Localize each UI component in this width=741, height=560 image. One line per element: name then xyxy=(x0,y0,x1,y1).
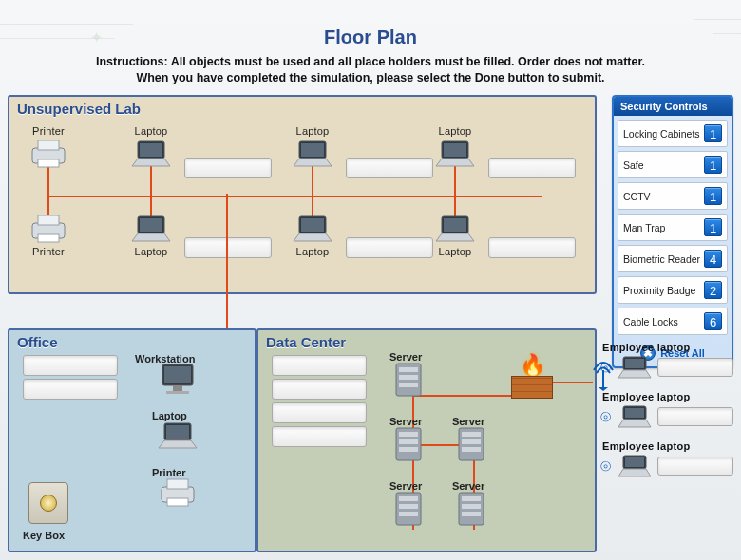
device-workstation[interactable] xyxy=(144,363,211,395)
placeholder-slot[interactable] xyxy=(23,379,118,400)
placeholder-slot[interactable] xyxy=(184,158,272,178)
svg-marker-64 xyxy=(618,469,651,476)
device-label: Laptop xyxy=(279,246,346,257)
device-laptop[interactable]: Laptop xyxy=(118,213,184,257)
flame-icon: 🔥 xyxy=(520,353,545,378)
printer-icon xyxy=(25,138,72,170)
placeholder-slot[interactable] xyxy=(488,158,576,178)
employee-label: Employee laptop xyxy=(600,342,733,353)
svg-marker-20 xyxy=(294,233,332,241)
printer-icon xyxy=(154,476,201,509)
svg-rect-26 xyxy=(173,385,182,391)
employee-label: Employee laptop xyxy=(600,391,733,402)
control-item-man-trap[interactable]: Man Trap1 xyxy=(618,214,728,241)
laptop-icon xyxy=(289,213,336,245)
svg-rect-13 xyxy=(38,215,59,225)
control-label: CCTV xyxy=(623,191,651,202)
placeholder-slot[interactable] xyxy=(272,426,367,447)
svg-rect-47 xyxy=(399,496,418,501)
svg-rect-7 xyxy=(301,143,324,157)
svg-rect-2 xyxy=(38,159,59,167)
device-laptop[interactable] xyxy=(144,420,211,452)
laptop-icon xyxy=(154,420,201,452)
device-laptop[interactable]: Laptop xyxy=(422,213,488,257)
network-wire xyxy=(48,196,542,197)
placeholder-slot[interactable] xyxy=(657,407,733,426)
server-icon xyxy=(447,492,495,524)
device-firewall[interactable]: 🔥 xyxy=(511,364,553,399)
device-laptop[interactable]: Laptop xyxy=(279,125,346,170)
control-item-locking-cabinets[interactable]: Locking Cabinets1 xyxy=(618,120,728,147)
device-laptop[interactable]: Laptop xyxy=(422,125,488,170)
svg-marker-8 xyxy=(294,159,332,166)
svg-rect-60 xyxy=(625,408,644,418)
device-printer[interactable]: Printer xyxy=(15,213,82,257)
laptop-icon xyxy=(616,454,654,478)
control-item-safe[interactable]: Safe1 xyxy=(618,151,728,178)
count-badge: 1 xyxy=(704,218,722,236)
instructions-line-2: When you have completed the simulation, … xyxy=(136,71,604,84)
svg-rect-33 xyxy=(167,498,188,506)
svg-rect-49 xyxy=(399,512,418,516)
placeholder-stack xyxy=(23,355,118,402)
svg-rect-57 xyxy=(625,359,644,368)
placeholder-slot[interactable] xyxy=(657,457,733,476)
control-item-cable-locks[interactable]: Cable Locks6 xyxy=(618,308,728,335)
svg-rect-1 xyxy=(38,140,59,150)
laptop-icon xyxy=(431,213,479,245)
device-server[interactable] xyxy=(443,427,500,459)
svg-rect-19 xyxy=(301,218,324,232)
zone-unsupervised-lab: Unsupervised Lab Printer Laptop Laptop xyxy=(8,95,597,294)
svg-rect-32 xyxy=(167,479,188,489)
placeholder-slot[interactable] xyxy=(272,355,367,376)
device-laptop[interactable]: Laptop xyxy=(279,213,346,257)
device-server[interactable] xyxy=(380,427,437,459)
placeholder-slot[interactable] xyxy=(488,237,576,258)
control-item-cctv[interactable]: CCTV1 xyxy=(618,182,728,210)
device-server[interactable] xyxy=(380,492,437,524)
laptop-icon xyxy=(289,138,336,170)
device-label: Laptop xyxy=(279,125,346,137)
laptop-icon xyxy=(616,355,654,380)
device-printer[interactable] xyxy=(144,476,211,509)
svg-rect-14 xyxy=(38,234,59,242)
count-badge: 1 xyxy=(704,124,722,142)
control-label: Cable Locks xyxy=(623,316,678,327)
device-label: Laptop xyxy=(118,125,184,137)
instructions-text: Instructions: All objects must be used a… xyxy=(28,54,712,86)
network-wire xyxy=(553,382,593,383)
placeholder-slot[interactable] xyxy=(272,402,367,423)
placeholder-slot[interactable] xyxy=(184,237,272,258)
laptop-icon xyxy=(616,404,654,429)
device-printer[interactable]: Printer xyxy=(15,125,82,170)
svg-rect-51 xyxy=(462,496,481,501)
placeholder-stack xyxy=(272,355,367,450)
device-laptop[interactable]: Laptop xyxy=(118,125,184,170)
placeholder-slot[interactable] xyxy=(346,237,433,258)
control-label: Locking Cabinets xyxy=(623,128,700,140)
employee-laptop-item: Employee laptop ⦾ xyxy=(600,391,733,429)
count-badge: 1 xyxy=(704,187,722,205)
wifi-icon: ⦾ xyxy=(600,461,611,471)
placeholder-slot[interactable] xyxy=(346,158,433,178)
svg-rect-53 xyxy=(462,512,481,516)
placeholder-slot[interactable] xyxy=(657,358,733,377)
placeholder-slot[interactable] xyxy=(272,379,367,400)
svg-rect-35 xyxy=(399,367,418,372)
svg-rect-43 xyxy=(462,432,481,437)
device-server[interactable] xyxy=(443,492,500,524)
device-label: Laptop xyxy=(422,246,488,257)
svg-marker-61 xyxy=(618,420,651,427)
svg-rect-41 xyxy=(399,447,418,452)
instructions-line-1: Instructions: All objects must be used a… xyxy=(96,55,645,68)
control-item-proximity-badge[interactable]: Proximity Badge2 xyxy=(618,276,728,304)
wifi-icon: ⦾ xyxy=(600,412,611,421)
svg-rect-44 xyxy=(462,439,481,444)
device-label: Printer xyxy=(15,125,82,137)
placeholder-slot[interactable] xyxy=(23,355,118,376)
control-item-biometric-reader[interactable]: Biometric Reader4 xyxy=(618,245,728,272)
control-label: Biometric Reader xyxy=(623,253,700,265)
zone-office: Office Workstation Laptop Printer Key Bo… xyxy=(8,328,256,552)
device-server[interactable] xyxy=(380,363,437,395)
device-keybox[interactable] xyxy=(28,482,68,524)
